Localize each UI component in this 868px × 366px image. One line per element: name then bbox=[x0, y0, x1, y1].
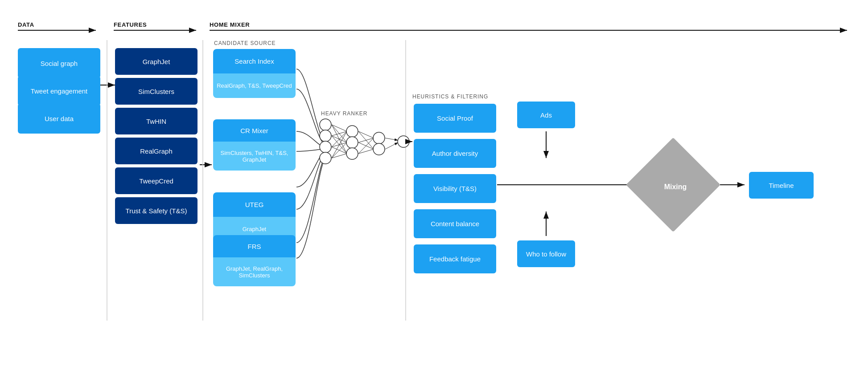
svg-line-9 bbox=[332, 125, 347, 131]
mixing-diamond-container: Mixing bbox=[640, 151, 711, 223]
search-index-bottom: RealGraph, T&S, TweepCred bbox=[213, 73, 296, 98]
svg-line-14 bbox=[332, 136, 347, 154]
feedback-fatigue-box: Feedback fatigue bbox=[414, 244, 496, 273]
svg-point-30 bbox=[320, 130, 331, 142]
frs-bottom: GraphJet, RealGraph, SimClusters bbox=[213, 257, 296, 286]
mixing-diamond bbox=[626, 138, 720, 232]
author-diversity-label: Author diversity bbox=[432, 150, 478, 157]
content-balance-label: Content balance bbox=[431, 220, 479, 228]
svg-line-17 bbox=[332, 147, 347, 154]
data-label: DATA bbox=[18, 21, 34, 28]
svg-line-19 bbox=[332, 142, 347, 158]
who-to-follow-box: Who to follow bbox=[517, 240, 575, 267]
tweepcred-label: TweepCred bbox=[139, 177, 173, 185]
social-graph-box: Social graph bbox=[18, 48, 100, 78]
uteg-top: UTEG bbox=[213, 192, 296, 217]
search-index-label: Search Index bbox=[234, 57, 274, 65]
uteg-bottom-label: GraphJet bbox=[243, 226, 266, 232]
twhin-box: TwHIN bbox=[115, 108, 197, 134]
svg-line-18 bbox=[332, 131, 347, 158]
timeline-box: Timeline bbox=[749, 172, 814, 199]
social-proof-box: Social Proof bbox=[414, 104, 496, 133]
graphjet-label: GraphJet bbox=[143, 58, 170, 65]
author-diversity-box: Author diversity bbox=[414, 139, 496, 168]
graphjet-box: GraphJet bbox=[115, 48, 197, 75]
cr-mixer-bottom: SimClusters, TwHIN, T&S, GraphJet bbox=[213, 142, 296, 171]
svg-line-13 bbox=[332, 136, 347, 142]
svg-line-28 bbox=[385, 142, 398, 149]
realgraph-label: RealGraph bbox=[140, 147, 173, 155]
svg-line-23 bbox=[358, 138, 374, 142]
frs-top: FRS bbox=[213, 235, 296, 257]
candidate-source-label: CANDIDATE SOURCE bbox=[214, 40, 276, 46]
search-index-bottom-label: RealGraph, T&S, TweepCred bbox=[217, 82, 292, 89]
svg-line-26 bbox=[358, 149, 374, 154]
svg-line-11 bbox=[332, 125, 347, 154]
feedback-fatigue-label: Feedback fatigue bbox=[429, 255, 481, 263]
visibility-box: Visibility (T&S) bbox=[414, 174, 496, 203]
svg-line-16 bbox=[332, 142, 347, 147]
svg-point-33 bbox=[346, 126, 358, 137]
simclusters-label: SimClusters bbox=[138, 88, 174, 95]
uteg-group: UTEG GraphJet bbox=[213, 192, 296, 241]
frs-bottom-label: GraphJet, RealGraph, SimClusters bbox=[215, 265, 294, 279]
features-label: FEATURES bbox=[114, 21, 147, 28]
cr-mixer-label: CR Mixer bbox=[240, 127, 268, 134]
realgraph-box: RealGraph bbox=[115, 138, 197, 164]
tweepcred-box: TweepCred bbox=[115, 167, 197, 194]
cr-mixer-top: CR Mixer bbox=[213, 119, 296, 142]
svg-point-37 bbox=[373, 143, 385, 155]
frs-group: FRS GraphJet, RealGraph, SimClusters bbox=[213, 235, 296, 286]
search-index-top: Search Index bbox=[213, 49, 296, 73]
content-balance-box: Content balance bbox=[414, 209, 496, 238]
timeline-label: Timeline bbox=[769, 182, 794, 189]
trust-safety-label: Trust & Safety (T&S) bbox=[126, 207, 187, 215]
svg-point-31 bbox=[320, 141, 331, 153]
svg-point-34 bbox=[346, 137, 358, 148]
svg-point-38 bbox=[398, 136, 409, 147]
tweet-engagement-label: Tweet engagement bbox=[31, 87, 88, 95]
search-index-group: Search Index RealGraph, T&S, TweepCred bbox=[213, 49, 296, 98]
cr-mixer-bottom-label: SimClusters, TwHIN, T&S, GraphJet bbox=[215, 150, 294, 163]
heuristics-label: HEURISTICS & FILTERING bbox=[412, 94, 488, 100]
diagram: DATA FEATURES HOME MIXER CANDIDATE SOURC… bbox=[0, 0, 868, 366]
svg-line-20 bbox=[332, 154, 347, 158]
svg-line-27 bbox=[385, 138, 398, 140]
home-mixer-label: HOME MIXER bbox=[210, 21, 250, 28]
svg-line-21 bbox=[358, 131, 374, 138]
twhin-label: TwHIN bbox=[146, 118, 166, 125]
svg-point-36 bbox=[373, 132, 385, 144]
social-graph-label: Social graph bbox=[41, 60, 78, 67]
ads-box: Ads bbox=[517, 102, 575, 128]
who-to-follow-label: Who to follow bbox=[526, 250, 566, 258]
uteg-label: UTEG bbox=[245, 201, 264, 208]
svg-line-10 bbox=[332, 125, 347, 142]
heavy-ranker-label: HEAVY RANKER bbox=[321, 110, 367, 117]
ads-label: Ads bbox=[540, 111, 552, 119]
svg-line-15 bbox=[332, 131, 347, 147]
svg-line-22 bbox=[358, 131, 374, 149]
svg-line-12 bbox=[332, 131, 347, 136]
svg-point-32 bbox=[320, 152, 331, 164]
frs-label: FRS bbox=[248, 243, 261, 250]
social-proof-label: Social Proof bbox=[437, 114, 473, 122]
trust-safety-box: Trust & Safety (T&S) bbox=[115, 197, 197, 224]
user-data-label: User data bbox=[45, 115, 74, 122]
simclusters-box: SimClusters bbox=[115, 78, 197, 105]
svg-point-29 bbox=[320, 119, 331, 130]
tweet-engagement-box: Tweet engagement bbox=[18, 76, 100, 106]
cr-mixer-group: CR Mixer SimClusters, TwHIN, T&S, GraphJ… bbox=[213, 119, 296, 171]
user-data-box: User data bbox=[18, 103, 100, 134]
svg-line-25 bbox=[358, 138, 374, 154]
visibility-label: Visibility (T&S) bbox=[433, 185, 477, 192]
svg-point-35 bbox=[346, 148, 358, 159]
svg-line-24 bbox=[358, 142, 374, 149]
